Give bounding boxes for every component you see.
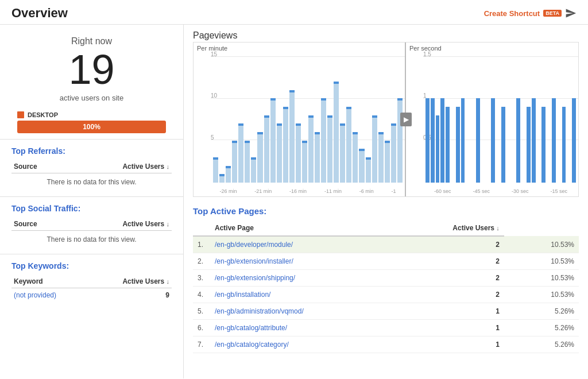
x-label: -45 sec (473, 188, 490, 194)
per-minute-chart: Per minute 15 10 5 (194, 42, 406, 196)
table-row: There is no data for this view. (11, 173, 172, 191)
table-row: 3. /en-gb/extension/shipping/ 2 10.53% (193, 270, 579, 287)
bar (264, 115, 269, 183)
x-labels-left: -26 min -21 min -16 min -11 min -6 min -… (211, 188, 405, 194)
pageviews-section: Pageviews Per minute 15 10 5 (193, 30, 579, 197)
top-social-section: Top Social Traffic: Source Active Users … (0, 197, 183, 254)
bar-group (547, 56, 551, 183)
bar-group (481, 56, 485, 183)
table-row: 7. /en-gb/catalog/category/ 1 5.26% (193, 337, 579, 353)
referrals-col-users: Active Users ↓ (68, 160, 172, 173)
sort-arrow-icon: ↓ (167, 221, 170, 227)
bar (321, 98, 326, 183)
left-bar-chart (211, 56, 405, 183)
bar (289, 90, 295, 183)
bar-group (321, 56, 326, 183)
page-link[interactable]: /en-gb/extension/installer/ (210, 253, 435, 270)
desktop-progress-bar: 100% (17, 121, 166, 133)
bar-group (277, 56, 282, 183)
keyword-cell[interactable]: (not provided) (11, 288, 88, 303)
page-link[interactable]: /en-gb/administration/vqmod/ (210, 303, 435, 320)
create-shortcut-button[interactable]: Create Shortcut BETA (484, 7, 577, 19)
bar-group (476, 56, 480, 183)
bar-group (264, 56, 269, 183)
bar-group (296, 56, 301, 183)
chart-area: Per minute 15 10 5 (193, 42, 579, 197)
bar (391, 123, 396, 183)
left-panel: Right now 19 active users on site DESKTO… (0, 25, 184, 378)
user-count: 2 (435, 270, 504, 287)
page-link[interactable]: /en-gb/installation/ (210, 287, 435, 303)
right-bar-chart (423, 56, 578, 183)
bar (456, 107, 460, 183)
bar-group (283, 56, 288, 183)
bar (440, 98, 444, 183)
bar-group (359, 56, 364, 183)
social-col-users: Active Users ↓ (68, 218, 172, 231)
bar-group (466, 56, 470, 183)
keywords-col-users: Active Users ↓ (88, 275, 172, 288)
bar-group (308, 56, 314, 183)
user-count: 2 (435, 253, 504, 270)
top-social-table: Source Active Users ↓ There is no data f… (11, 218, 172, 248)
bar (327, 115, 332, 183)
bar (491, 98, 495, 183)
pageviews-title: Pageviews (193, 30, 579, 41)
bar-group (372, 56, 377, 183)
bar-group (251, 56, 256, 183)
bar (532, 98, 536, 183)
bar (476, 98, 480, 183)
bar (366, 157, 371, 183)
bar-group (572, 56, 576, 183)
sort-arrow-icon: ↓ (167, 278, 170, 285)
x-label: -11 min (324, 188, 342, 194)
x-label: -26 min (219, 188, 237, 194)
bar-group (512, 56, 516, 183)
page-link[interactable]: /en-gb/developer/module/ (210, 236, 435, 253)
bar (334, 82, 339, 183)
chart-arrow-icon: ▶ (400, 113, 412, 126)
right-panel: Pageviews Per minute 15 10 5 (184, 25, 588, 378)
page-link[interactable]: /en-gb/catalog/attribute/ (210, 320, 435, 337)
bar (359, 149, 364, 183)
bar-group (366, 56, 371, 183)
bar (251, 157, 256, 183)
send-icon (565, 7, 577, 19)
page-link[interactable]: /en-gb/extension/shipping/ (210, 270, 435, 287)
bar-group (446, 56, 450, 183)
bar-group (226, 56, 231, 183)
bar (461, 98, 465, 183)
user-pct: 5.26% (504, 337, 579, 353)
bar-group (245, 56, 250, 183)
row-index: 7. (193, 337, 210, 353)
row-index: 4. (193, 287, 210, 303)
active-pages-table: Active Page Active Users ↓ 1. /en-gb/dev… (193, 221, 579, 353)
bar (270, 98, 276, 183)
table-row: There is no data for this view. (11, 231, 172, 249)
header: Overview Create Shortcut BETA (0, 0, 588, 25)
bar-group (491, 56, 495, 183)
bar (283, 107, 288, 183)
bar-group (471, 56, 475, 183)
bar (353, 132, 358, 183)
bar (572, 98, 576, 183)
bar-group (527, 56, 531, 183)
row-index: 3. (193, 270, 210, 287)
page-link[interactable]: /en-gb/catalog/category/ (210, 337, 435, 353)
referrals-col-source: Source (11, 160, 68, 173)
bar-group (557, 56, 561, 183)
keywords-col-keyword: Keyword (11, 275, 88, 288)
referrals-empty: There is no data for this view. (11, 173, 172, 191)
bar (346, 107, 351, 183)
bar-group (496, 56, 500, 183)
bar-group (425, 56, 430, 183)
main-layout: Right now 19 active users on site DESKTO… (0, 25, 588, 378)
user-count: 2 (435, 287, 504, 303)
active-pages-title: Top Active Pages: (193, 206, 579, 216)
bar (436, 115, 440, 183)
pages-table-body: 1. /en-gb/developer/module/ 2 10.53% 2. … (193, 236, 579, 353)
bar (315, 132, 320, 183)
bar (385, 141, 390, 183)
row-index: 5. (193, 303, 210, 320)
bar (245, 141, 250, 183)
